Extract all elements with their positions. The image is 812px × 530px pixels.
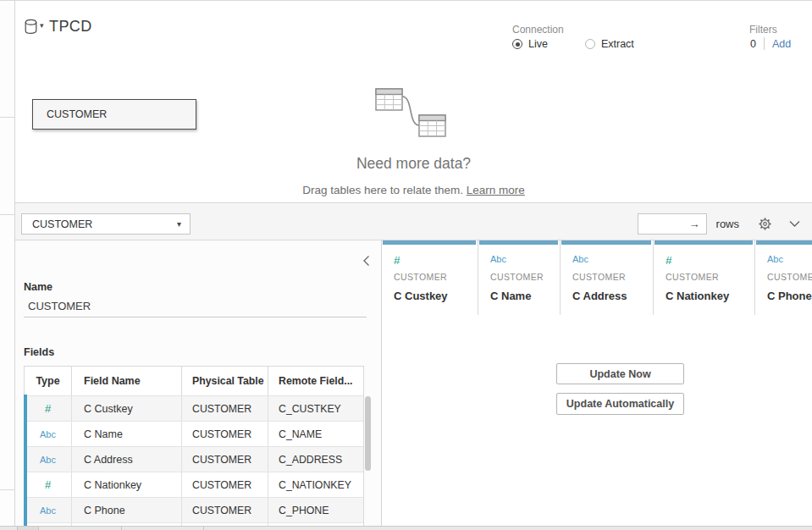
- metadata-panel: Name CUSTOMER Fields TypeField NamePhysi…: [15, 240, 382, 526]
- type-glyph: Abc: [40, 505, 56, 516]
- strip-divider: [38, 527, 39, 530]
- field-row[interactable]: #C NationkeyCUSTOMERC_NATIONKEY: [25, 472, 363, 497]
- fields-column-header[interactable]: Physical Table: [182, 367, 268, 395]
- column-table-label: CUSTOMER: [572, 272, 626, 282]
- radio-live[interactable]: Live: [512, 38, 548, 50]
- empty-state-subtitle: Drag tables here to relate them. Learn m…: [15, 184, 812, 196]
- column-field-name: C Address: [572, 290, 627, 302]
- field-row[interactable]: AbcC AddressCUSTOMERC_ADDRESS: [25, 446, 363, 472]
- rows-count-input[interactable]: →: [638, 213, 707, 235]
- related-tables-illustration-icon: [367, 82, 464, 146]
- data-preview-grid: #CUSTOMERC CustkeyAbcCUSTOMERC NameAbcCU…: [382, 240, 812, 526]
- type-glyph: #: [45, 478, 51, 491]
- grid-column-header[interactable]: AbcCUSTOMERC Name: [478, 240, 561, 315]
- scrollbar-thumb[interactable]: [365, 396, 371, 471]
- physical-table-cell: CUSTOMER: [182, 422, 268, 446]
- physical-table-cell: CUSTOMER: [182, 447, 268, 472]
- radio-extract-icon[interactable]: [585, 39, 595, 49]
- fields-table-header-row: TypeField NamePhysical TableRemote Field…: [25, 367, 363, 395]
- column-accent-bar: [479, 240, 558, 245]
- column-accent-bar: [383, 240, 476, 245]
- column-table-label: CUSTOMER: [666, 272, 719, 282]
- empty-state-title: Need more data?: [15, 155, 812, 173]
- column-field-name: C Name: [490, 290, 531, 302]
- string-type-icon[interactable]: Abc: [25, 447, 72, 472]
- database-dropdown-caret-icon[interactable]: ▾: [40, 21, 44, 30]
- grid-column-headers: #CUSTOMERC CustkeyAbcCUSTOMERC NameAbcCU…: [382, 240, 812, 315]
- column-table-label: CUSTOMER: [767, 272, 812, 282]
- datasource-title[interactable]: TPCD: [49, 18, 92, 36]
- connection-label: Connection: [512, 24, 564, 36]
- column-accent-bar: [756, 240, 812, 245]
- type-glyph: #: [45, 402, 51, 415]
- filters-label: Filters: [749, 24, 777, 36]
- field-name-cell: C Custkey: [72, 396, 182, 421]
- rail-divider: [0, 214, 15, 215]
- filters-add-link[interactable]: Add: [772, 38, 791, 50]
- column-table-label: CUSTOMER: [394, 272, 447, 282]
- name-input-underline: [24, 317, 367, 317]
- strip-divider: [203, 527, 204, 530]
- column-field-name: C Phone: [767, 290, 812, 302]
- gear-icon[interactable]: [758, 217, 772, 231]
- rows-label: rows: [716, 218, 739, 230]
- learn-more-link[interactable]: Learn more: [467, 184, 525, 196]
- fields-table-scrollbar[interactable]: [365, 395, 372, 526]
- field-name-cell: C Nationkey: [72, 472, 182, 497]
- connection-radios: Live Extract: [512, 38, 634, 50]
- fields-column-header[interactable]: Field Name: [72, 367, 182, 395]
- grid-toolbar: CUSTOMER ▾ → rows: [15, 202, 812, 240]
- column-table-label: CUSTOMER: [490, 272, 544, 282]
- column-field-name: C Custkey: [394, 290, 448, 302]
- table-pill-customer[interactable]: CUSTOMER: [32, 99, 196, 130]
- column-accent-bar: [655, 240, 753, 245]
- relationship-canvas[interactable]: CUSTOMER Need more data? Drag tables her…: [15, 77, 812, 202]
- update-automatically-button[interactable]: Update Automatically: [556, 393, 684, 415]
- string-type-icon[interactable]: Abc: [25, 422, 72, 446]
- fields-column-header[interactable]: Remote Field...: [268, 367, 363, 395]
- grid-column-header[interactable]: #CUSTOMERC Custkey: [382, 240, 478, 315]
- field-row[interactable]: AbcC PhoneCUSTOMERC_PHONE: [25, 497, 363, 522]
- field-row[interactable]: #C CustkeyCUSTOMERC_CUSTKEY: [25, 395, 363, 421]
- table-selector-dropdown[interactable]: CUSTOMER ▾: [21, 213, 191, 235]
- filters-divider: [764, 37, 765, 50]
- physical-table-cell: CUSTOMER: [182, 498, 268, 522]
- tableau-datasource-page: ▾ TPCD Connection Live Extract Filters 0…: [0, 0, 812, 530]
- field-name-cell: C Address: [72, 447, 182, 472]
- number-type-icon[interactable]: #: [25, 472, 72, 497]
- bottom-status-strip: [0, 526, 812, 530]
- grid-column-header[interactable]: AbcCUSTOMERC Phone: [755, 240, 812, 315]
- filters-count: 0: [750, 38, 756, 50]
- remote-field-cell: C_NATIONKEY: [268, 472, 363, 497]
- type-glyph: Abc: [40, 429, 56, 439]
- table-selection-accent-bar: [24, 395, 27, 526]
- grid-column-header[interactable]: #CUSTOMERC Nationkey: [654, 240, 755, 315]
- remote-field-cell: C_CUSTKEY: [268, 396, 363, 421]
- radio-live-icon[interactable]: [512, 39, 522, 49]
- remote-field-cell: C_NAME: [268, 422, 363, 446]
- name-input[interactable]: CUSTOMER: [28, 300, 91, 312]
- field-row[interactable]: AbcC NameCUSTOMERC_NAME: [25, 421, 363, 446]
- strip-divider: [17, 527, 18, 530]
- column-field-name: C Nationkey: [666, 290, 729, 302]
- string-type-icon: Abc: [572, 254, 588, 264]
- grid-column-header[interactable]: AbcCUSTOMERC Address: [561, 240, 654, 315]
- fields-column-header[interactable]: Type: [25, 367, 72, 395]
- database-icon[interactable]: [24, 19, 39, 39]
- remote-field-cell: C_ADDRESS: [268, 447, 363, 472]
- strip-segment: [17, 527, 38, 530]
- field-name-cell: C Phone: [72, 498, 182, 522]
- arrow-right-icon: →: [689, 218, 700, 230]
- string-type-icon[interactable]: Abc: [25, 498, 72, 522]
- left-rail[interactable]: [0, 1, 15, 530]
- column-accent-bar: [561, 240, 651, 245]
- update-now-button[interactable]: Update Now: [556, 363, 684, 384]
- physical-table-cell: CUSTOMER: [182, 396, 268, 421]
- rail-divider: [0, 489, 15, 490]
- radio-extract[interactable]: Extract: [585, 38, 634, 50]
- number-type-icon: #: [666, 254, 672, 267]
- toolbar-chevron-down-icon[interactable]: [789, 220, 800, 228]
- number-type-icon[interactable]: #: [25, 396, 72, 421]
- collapse-panel-icon[interactable]: [362, 255, 370, 270]
- number-type-icon: #: [394, 254, 400, 267]
